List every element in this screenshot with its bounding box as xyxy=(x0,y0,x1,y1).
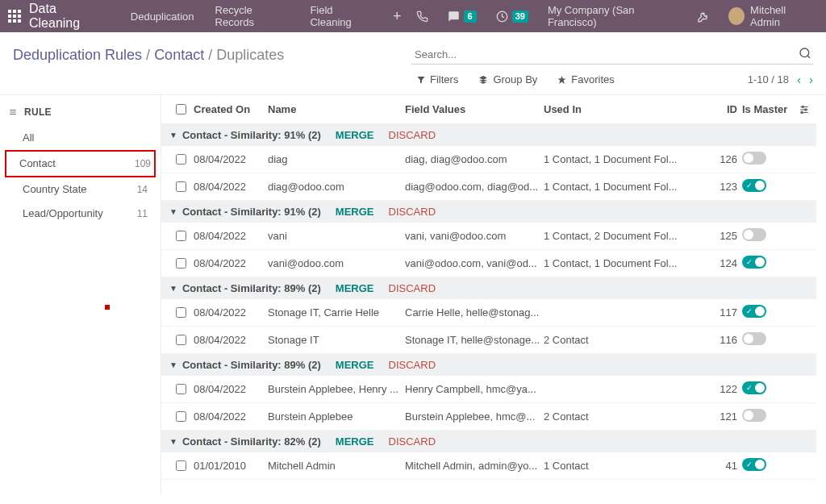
app-title[interactable]: Data Cleaning xyxy=(29,2,106,31)
favorites-button[interactable]: Favorites xyxy=(557,73,614,85)
cell-is-master xyxy=(742,256,795,271)
is-master-toggle[interactable] xyxy=(742,152,766,165)
discard-button[interactable]: DISCARD xyxy=(389,359,436,371)
merge-button[interactable]: MERGE xyxy=(336,206,374,218)
cell-created: 08/04/2022 xyxy=(194,230,268,242)
table-row[interactable]: 01/01/2010 Mitchell Admin Mitchell Admin… xyxy=(161,452,816,480)
cell-used-in: 2 Contact xyxy=(544,334,703,346)
is-master-toggle[interactable] xyxy=(742,409,766,422)
row-checkbox[interactable] xyxy=(176,181,186,192)
activities-icon[interactable]: 39 xyxy=(491,0,533,32)
main-navbar: Data Cleaning Deduplication Recycle Reco… xyxy=(0,0,826,32)
cell-name: Stonage IT xyxy=(268,334,405,346)
user-menu[interactable]: Mitchell Admin xyxy=(724,0,818,32)
nav-deduplication[interactable]: Deduplication xyxy=(120,0,205,32)
table-row[interactable]: 08/04/2022 Burstein Applebee Burstein Ap… xyxy=(161,403,816,431)
groupby-button[interactable]: Group By xyxy=(478,73,537,85)
col-created[interactable]: Created On xyxy=(194,103,268,115)
table-row[interactable]: 08/04/2022 diag@odoo.com diag@odoo.com, … xyxy=(161,173,816,201)
is-master-toggle[interactable] xyxy=(742,381,766,394)
is-master-toggle[interactable] xyxy=(742,332,766,345)
row-checkbox[interactable] xyxy=(176,460,186,471)
optional-columns-icon[interactable] xyxy=(799,104,810,115)
group-header[interactable]: ▼ Contact - Similarity: 82% (2) MERGE DI… xyxy=(161,431,816,452)
cell-used-in: 1 Contact, 1 Document Fol... xyxy=(544,181,703,193)
breadcrumb-contact[interactable]: Contact xyxy=(154,47,204,63)
pager-range[interactable]: 1-10 / 18 xyxy=(748,73,789,85)
list-header: Created On Name Field Values Used In ID … xyxy=(161,95,816,124)
row-checkbox[interactable] xyxy=(176,231,186,241)
breadcrumb-rules[interactable]: Deduplication Rules xyxy=(13,47,142,63)
cell-is-master xyxy=(742,332,795,348)
discard-button[interactable]: DISCARD xyxy=(389,129,436,141)
activities-badge: 39 xyxy=(512,10,528,23)
apps-icon[interactable] xyxy=(8,10,21,23)
is-master-toggle[interactable] xyxy=(742,179,766,192)
merge-button[interactable]: MERGE xyxy=(336,282,374,294)
company-switcher[interactable]: My Company (San Francisco) xyxy=(543,0,682,32)
select-all-checkbox[interactable] xyxy=(176,104,186,115)
discard-button[interactable]: DISCARD xyxy=(389,206,436,218)
col-id[interactable]: ID xyxy=(703,103,742,115)
table-row[interactable]: 08/04/2022 Stonage IT, Carrie Helle Carr… xyxy=(161,299,816,327)
rule-item-contact[interactable]: Contact109 xyxy=(5,150,156,177)
cell-field-values: Burstein Applebee, hmc@... xyxy=(405,410,544,423)
svg-point-9 xyxy=(805,108,807,110)
col-name[interactable]: Name xyxy=(268,103,405,115)
row-checkbox[interactable] xyxy=(176,307,186,318)
pager-prev[interactable]: ‹ xyxy=(797,73,801,86)
col-is-master[interactable]: Is Master xyxy=(742,103,795,115)
cell-created: 08/04/2022 xyxy=(194,257,268,269)
row-checkbox[interactable] xyxy=(176,258,186,269)
group-header[interactable]: ▼ Contact - Similarity: 89% (2) MERGE DI… xyxy=(161,277,816,299)
is-master-toggle[interactable] xyxy=(742,228,766,241)
group-header[interactable]: ▼ Contact - Similarity: 91% (2) MERGE DI… xyxy=(161,201,816,223)
cell-created: 08/04/2022 xyxy=(194,181,268,193)
cell-is-master xyxy=(742,409,795,424)
merge-button[interactable]: MERGE xyxy=(336,435,374,448)
filters-button[interactable]: Filters xyxy=(416,73,458,85)
is-master-toggle[interactable] xyxy=(742,458,766,471)
tools-icon[interactable] xyxy=(692,0,714,32)
discard-button[interactable]: DISCARD xyxy=(389,435,436,448)
caret-down-icon: ▼ xyxy=(169,207,177,216)
row-checkbox[interactable] xyxy=(176,335,186,345)
cell-id: 121 xyxy=(703,410,742,423)
search-icon[interactable] xyxy=(799,47,811,60)
cell-id: 117 xyxy=(703,306,742,319)
rule-item-all[interactable]: All xyxy=(8,126,152,150)
merge-button[interactable]: MERGE xyxy=(336,129,374,141)
table-row[interactable]: 08/04/2022 vani vani, vani@odoo.com 1 Co… xyxy=(161,223,816,250)
cell-used-in: 1 Contact, 2 Document Fol... xyxy=(544,230,703,242)
is-master-toggle[interactable] xyxy=(742,305,766,318)
nav-field-cleaning[interactable]: Field Cleaning xyxy=(299,0,383,32)
svg-point-11 xyxy=(801,111,803,113)
cell-used-in: 1 Contact, 1 Document Fol... xyxy=(544,153,703,165)
row-checkbox[interactable] xyxy=(176,384,186,394)
cell-name: Mitchell Admin xyxy=(268,460,405,472)
is-master-toggle[interactable] xyxy=(742,256,766,269)
discard-button[interactable]: DISCARD xyxy=(389,282,436,294)
rule-item-country-state[interactable]: Country State14 xyxy=(8,177,152,202)
cell-used-in: 1 Contact xyxy=(544,460,703,472)
group-header[interactable]: ▼ Contact - Similarity: 91% (2) MERGE DI… xyxy=(161,124,816,146)
rule-item-lead-opportunity[interactable]: Lead/Opportunity11 xyxy=(8,202,152,226)
table-row[interactable]: 08/04/2022 Burstein Applebee, Henry ... … xyxy=(161,376,816,403)
cell-id: 123 xyxy=(703,181,742,193)
group-title: Contact - Similarity: 91% (2) xyxy=(182,129,321,141)
col-field-values[interactable]: Field Values xyxy=(405,103,544,115)
search-input[interactable] xyxy=(411,45,813,65)
row-checkbox[interactable] xyxy=(176,154,186,165)
table-row[interactable]: 08/04/2022 Stonage IT Stonage IT, helle@… xyxy=(161,327,816,354)
nav-recycle-records[interactable]: Recycle Records xyxy=(205,0,300,32)
table-row[interactable]: 08/04/2022 vani@odoo.com vani@odoo.com, … xyxy=(161,250,816,277)
group-header[interactable]: ▼ Contact - Similarity: 89% (2) MERGE DI… xyxy=(161,354,816,376)
nav-add[interactable]: + xyxy=(383,0,411,32)
merge-button[interactable]: MERGE xyxy=(336,359,374,371)
table-row[interactable]: 08/04/2022 diag diag, diag@odoo.com 1 Co… xyxy=(161,146,816,173)
phone-icon[interactable] xyxy=(411,0,433,32)
col-used-in[interactable]: Used In xyxy=(544,103,703,115)
pager-next[interactable]: › xyxy=(809,73,813,86)
row-checkbox[interactable] xyxy=(176,411,186,422)
messages-icon[interactable]: 6 xyxy=(443,0,482,32)
